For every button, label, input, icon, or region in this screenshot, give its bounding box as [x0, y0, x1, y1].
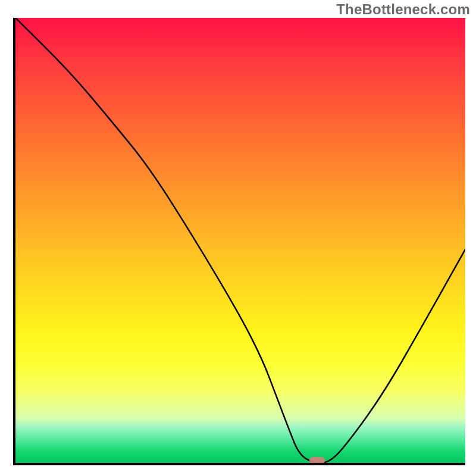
plot-area	[13, 18, 465, 465]
chart-frame: TheBottleneck.com	[0, 0, 476, 476]
bottleneck-curve	[15, 18, 465, 463]
watermark-text: TheBottleneck.com	[336, 1, 470, 18]
optimal-point-marker	[309, 457, 325, 464]
